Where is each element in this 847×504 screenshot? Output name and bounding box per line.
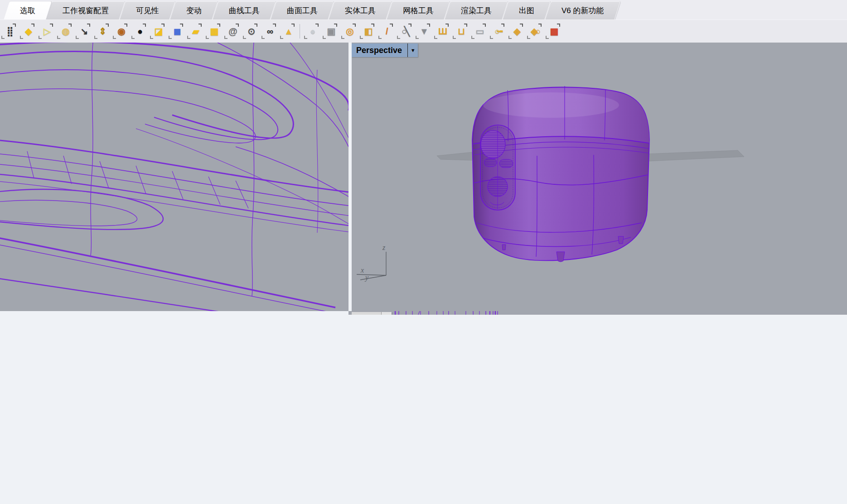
tab-mesh-tools[interactable]: 网格工具: [389, 1, 447, 19]
sphere-black-icon[interactable]: ●: [131, 23, 146, 40]
cube-gray-icon[interactable]: ▣: [322, 23, 338, 40]
tab-curve-tools[interactable]: 曲线工具: [215, 1, 273, 19]
right-wireframe-scene: [352, 311, 847, 315]
chain-icon[interactable]: ∞: [261, 23, 276, 40]
key-tag-icon-glyph: ◈○: [531, 24, 537, 39]
tab-bar: 选取工作视窗配置可见性变动曲线工具曲面工具实体工具网格工具渲染工具出图V6 的新…: [0, 0, 847, 19]
tab-surface-tools[interactable]: 曲面工具: [273, 1, 331, 19]
filter-funnel-icon[interactable]: ▼: [415, 23, 431, 40]
tag-icon[interactable]: ◈: [508, 23, 523, 40]
surface-corner-icon-glyph: ◪: [155, 24, 160, 39]
lasso-select-icon[interactable]: ▷: [38, 23, 53, 40]
tab-new-in-v6[interactable]: V6 的新功能: [548, 1, 618, 19]
solid-box-icon[interactable]: ◼: [168, 23, 184, 40]
tab-label: V6 的新功能: [561, 5, 604, 16]
viewport-divider-horizontal[interactable]: [0, 311, 348, 315]
tab-transform[interactable]: 变动: [173, 1, 215, 19]
move-control-points-icon[interactable]: ↘: [75, 23, 91, 40]
perspective-scene: z x y: [352, 43, 847, 311]
select-objects-icon[interactable]: ◆: [19, 23, 35, 40]
plane-icon[interactable]: ▰: [187, 23, 202, 40]
key-tag-icon[interactable]: ◈○: [527, 23, 542, 40]
move-control-points-icon-glyph: ↘: [81, 24, 86, 39]
scale-dimension-icon[interactable]: ⇕: [94, 23, 109, 40]
toolbar-separator: [300, 24, 300, 38]
grid-points-icon-glyph: ⣿: [7, 24, 11, 39]
grid-points-icon[interactable]: ⣿: [1, 23, 16, 40]
perspective-viewport-title: Perspective: [352, 43, 407, 57]
spiral-icon[interactable]: @: [224, 23, 239, 40]
tab-label: 曲线工具: [229, 5, 260, 16]
hatch-circles-icon-glyph: ◍: [62, 24, 67, 39]
u-box-icon[interactable]: ⊔: [452, 23, 468, 40]
viewport-front[interactable]: [348, 311, 352, 315]
wireframe-curves-top-left: [0, 43, 348, 311]
chevron-down-icon[interactable]: ▼: [407, 43, 418, 57]
plane-icon-glyph: ▰: [192, 24, 196, 39]
annotation-shapes-icon[interactable]: ◎: [341, 23, 356, 40]
lasso-select-icon-glyph: ▷: [44, 24, 48, 39]
axis-x-label: x: [360, 266, 364, 274]
point-cloud-icon-glyph: ⊙: [248, 24, 253, 39]
color-circles-icon-glyph: ◉: [117, 24, 122, 39]
axis-y-label: y: [364, 274, 369, 282]
chain-icon-glyph: ∞: [267, 24, 271, 39]
tab-label: 实体工具: [345, 5, 376, 16]
tab-label: 出图: [519, 5, 534, 16]
key-icon-glyph: ○╼: [494, 24, 500, 39]
pyramid-icon[interactable]: ▲: [280, 23, 295, 40]
tab-label: 选取: [20, 5, 35, 16]
cylinder-icon[interactable]: ▭: [471, 23, 486, 40]
axis-gizmo: [357, 252, 386, 280]
fence-icon-glyph: Ш: [438, 24, 445, 39]
sphere-black-icon-glyph: ●: [137, 24, 140, 39]
perspective-viewport-label[interactable]: Perspective ▼: [352, 43, 418, 57]
box-edges-icon[interactable]: ▩: [545, 23, 561, 40]
tab-label: 渲染工具: [461, 5, 492, 16]
cube-droplet-icon-glyph: ◧: [364, 24, 370, 39]
tab-drafting[interactable]: 出图: [505, 1, 548, 19]
tab-viewport-layout[interactable]: 工作视窗配置: [49, 1, 122, 19]
pyramid-icon-glyph: ▲: [284, 24, 290, 39]
mesh-icon[interactable]: ▦: [205, 23, 221, 40]
point-cloud-icon[interactable]: ⊙: [242, 23, 258, 40]
viewport-right[interactable]: Right ▼: [352, 311, 847, 315]
tab-select[interactable]: 选取: [6, 1, 49, 19]
toolbar: ⣿◆▷◍↘⇕◉●◪◼▰▦@⊙∞▲●▣◎◧/○╲▼Ш⊔▭○╼◈◈○▩: [0, 19, 847, 43]
solid-box-icon-glyph: ◼: [174, 24, 179, 39]
sphere-gray-icon-glyph: ●: [310, 24, 313, 39]
viewport-divider-vertical[interactable]: [348, 43, 352, 311]
paintbrush-icon[interactable]: /: [378, 23, 393, 40]
box-edges-icon-glyph: ▩: [550, 24, 556, 39]
tab-visibility[interactable]: 可见性: [122, 1, 173, 19]
color-circles-icon[interactable]: ◉: [112, 23, 128, 40]
tab-render-tools[interactable]: 渲染工具: [447, 1, 505, 19]
axis-z-label: z: [382, 244, 386, 251]
tab-label: 变动: [186, 5, 202, 16]
tab-label: 可见性: [136, 5, 159, 16]
right-viewport-label[interactable]: Right ▼: [352, 312, 392, 315]
tab-label: 工作视窗配置: [63, 5, 109, 16]
viewport-top-left[interactable]: [0, 43, 348, 311]
hatch-circles-icon[interactable]: ◍: [57, 23, 72, 40]
annotation-shapes-icon-glyph: ◎: [346, 24, 351, 39]
rhino-app-window: 选取工作视窗配置可见性变动曲线工具曲面工具实体工具网格工具渲染工具出图V6 的新…: [0, 0, 847, 504]
u-box-icon-glyph: ⊔: [458, 24, 462, 39]
tab-label: 网格工具: [403, 5, 434, 16]
chevron-down-icon[interactable]: ▼: [381, 312, 392, 315]
filter-funnel-icon-glyph: ▼: [420, 24, 426, 39]
scale-dimension-icon-glyph: ⇕: [99, 24, 104, 39]
sphere-gray-icon[interactable]: ●: [304, 23, 319, 40]
viewport-grid: Perspective ▼: [0, 43, 847, 504]
mesh-icon-glyph: ▦: [210, 24, 216, 39]
tab-solid-tools[interactable]: 实体工具: [331, 1, 389, 19]
cube-droplet-icon[interactable]: ◧: [359, 23, 375, 40]
cylinder-icon-glyph: ▭: [476, 24, 482, 39]
surface-corner-icon[interactable]: ◪: [150, 23, 165, 40]
tab-label: 曲面工具: [287, 5, 318, 16]
fence-icon[interactable]: Ш: [434, 23, 449, 40]
viewport-perspective[interactable]: Perspective ▼: [352, 43, 847, 311]
magnifier-icon[interactable]: ○╲: [397, 23, 412, 40]
right-viewport-title: Right: [352, 312, 381, 315]
key-icon[interactable]: ○╼: [489, 23, 505, 40]
